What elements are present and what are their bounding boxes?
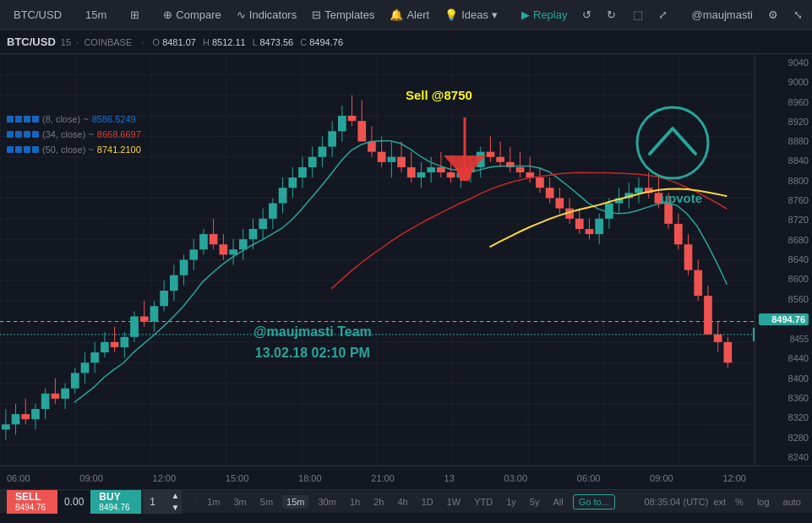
- symbol-selector[interactable]: BTC/USD: [7, 5, 68, 25]
- team-line1: @maujmasti Team: [253, 321, 372, 343]
- price-current: 8494.76: [759, 313, 809, 325]
- expand-icon: ⤡: [793, 8, 803, 21]
- redo-button[interactable]: ↻: [600, 5, 623, 25]
- interval-label: 15m: [85, 8, 106, 21]
- fullscreen-button[interactable]: ⤢: [651, 5, 674, 25]
- compare-button[interactable]: ⊕ Compare: [156, 5, 227, 25]
- interval-selector[interactable]: 15m: [79, 5, 113, 25]
- indicator-labels: (8, close) ~ 8586.5249 (34, close) ~ 866…: [7, 112, 141, 157]
- chart-area: (8, close) ~ 8586.5249 (34, close) ~ 866…: [0, 54, 812, 466]
- interval-3m[interactable]: 3m: [230, 495, 251, 509]
- interval-1h[interactable]: 1h: [346, 495, 364, 509]
- interval-5m[interactable]: 5m: [256, 495, 277, 509]
- interval-ytd[interactable]: YTD: [470, 495, 497, 509]
- indicator-row-2: (50, close) ~ 8741.2100: [7, 142, 141, 157]
- close-label: C: [300, 37, 307, 47]
- indicator-row-0: (8, close) ~ 8586.5249: [7, 112, 141, 127]
- price-8360: 8360: [759, 393, 809, 403]
- interval-grid-icon: ⊞: [130, 8, 139, 21]
- indicators-icon: ∿: [237, 8, 246, 21]
- expand-button[interactable]: ⤡: [787, 5, 809, 25]
- time-13: 13: [444, 473, 455, 483]
- svg-point-3: [637, 107, 708, 178]
- percent-button[interactable]: %: [731, 495, 748, 509]
- interval-30m[interactable]: 30m: [313, 495, 340, 509]
- sell-button[interactable]: SELL 8494.76: [7, 490, 57, 514]
- interval-15m[interactable]: 15m: [282, 495, 308, 509]
- price-8720: 8720: [759, 215, 809, 225]
- interval-4h[interactable]: 4h: [393, 495, 411, 509]
- undo-button[interactable]: ↺: [575, 5, 598, 25]
- exchange-label: COINBASE: [84, 37, 132, 47]
- ohlc-values: O 8481.07 H 8512.11 L 8473.56 C 8494.76: [153, 37, 344, 47]
- interval-5y[interactable]: 5y: [526, 495, 544, 509]
- interval-icon-btn[interactable]: ⊞: [123, 5, 146, 25]
- compare-label: Compare: [176, 8, 221, 21]
- sell-text: Sell @8750: [406, 88, 472, 102]
- price-8440: 8440: [759, 353, 809, 363]
- buy-label: BUY: [99, 491, 120, 503]
- goto-button[interactable]: Go to...: [573, 494, 615, 509]
- replay-label: Replay: [533, 8, 567, 21]
- time-0900b: 09:00: [650, 473, 673, 483]
- price-8760: 8760: [759, 195, 809, 205]
- interval-1m[interactable]: 1m: [203, 495, 224, 509]
- close-value: 8494.76: [309, 37, 343, 47]
- svg-marker-2: [444, 155, 486, 179]
- ideas-button[interactable]: 💡 Ideas ▾: [438, 5, 504, 25]
- interval-all[interactable]: All: [548, 495, 567, 509]
- ideas-label: Ideas: [461, 8, 488, 21]
- status-bar: SELL 8494.76 0.00 BUY 8494.76 1 ▲ ▼ | 1m…: [0, 489, 812, 513]
- ideas-icon: 💡: [444, 8, 458, 21]
- log-button[interactable]: log: [753, 495, 774, 509]
- toolbar: BTC/USD 15m ⊞ ⊕ Compare ∿ Indicators ⊟ T…: [0, 0, 812, 30]
- ind-color-0: [7, 116, 14, 123]
- indicators-button[interactable]: ∿ Indicators: [230, 5, 303, 25]
- templates-label: Templates: [324, 8, 374, 21]
- time-0900: 09:00: [79, 473, 103, 483]
- upvote-circle: [635, 105, 711, 181]
- user-menu[interactable]: @maujmasti: [684, 5, 759, 25]
- low-value: 8473.56: [259, 37, 293, 47]
- price-8800: 8800: [759, 176, 809, 186]
- compare-icon: ⊕: [163, 8, 172, 21]
- low-label: L: [253, 37, 258, 47]
- quantity-down[interactable]: ▼: [168, 502, 182, 514]
- price-8960: 8960: [759, 97, 809, 107]
- symbol-label: BTC/USD: [14, 8, 62, 21]
- interval-1y[interactable]: 1y: [502, 495, 520, 509]
- price-9040: 9040: [759, 57, 809, 68]
- alert-button[interactable]: 🔔 Alert: [383, 5, 436, 25]
- screenshot-icon: ⬚: [633, 8, 643, 21]
- open-label: O: [153, 37, 161, 47]
- settings-button[interactable]: ⚙: [761, 5, 785, 25]
- price-8400: 8400: [759, 373, 809, 384]
- price-8920: 8920: [759, 117, 809, 127]
- templates-button[interactable]: ⊟ Templates: [305, 5, 381, 25]
- ind-label-2: (50, close) ~: [42, 142, 94, 157]
- price-8280: 8280: [759, 433, 809, 443]
- mid-value: 0.00: [57, 490, 90, 514]
- sell-label: SELL: [15, 491, 41, 503]
- alert-label: Alert: [406, 8, 429, 21]
- interval-2h[interactable]: 2h: [369, 495, 388, 509]
- buy-button[interactable]: BUY 8494.76: [90, 490, 141, 514]
- price-8640: 8640: [759, 254, 809, 264]
- quantity-up[interactable]: ▲: [168, 490, 182, 502]
- interval-1d[interactable]: 1D: [417, 495, 438, 509]
- interval-1w[interactable]: 1W: [443, 495, 466, 509]
- buy-price: 8494.76: [99, 503, 129, 512]
- time-2100: 21:00: [371, 473, 395, 483]
- price-8480: 8455: [759, 335, 809, 344]
- username-label: @maujmasti: [691, 8, 752, 21]
- replay-button[interactable]: ▶ Replay: [515, 5, 574, 25]
- indicators-label: Indicators: [249, 8, 297, 21]
- undo-icon: ↺: [582, 8, 591, 21]
- time-scale: 06:00 09:00 12:00 15:00 18:00 21:00 13 0…: [0, 466, 812, 489]
- screenshot-button[interactable]: ⬚: [626, 5, 650, 25]
- high-label: H: [203, 37, 210, 47]
- price-8680: 8680: [759, 235, 809, 245]
- ind-value-0: 8586.5249: [92, 112, 136, 127]
- auto-button[interactable]: auto: [779, 495, 805, 509]
- price-8880: 8880: [759, 136, 809, 146]
